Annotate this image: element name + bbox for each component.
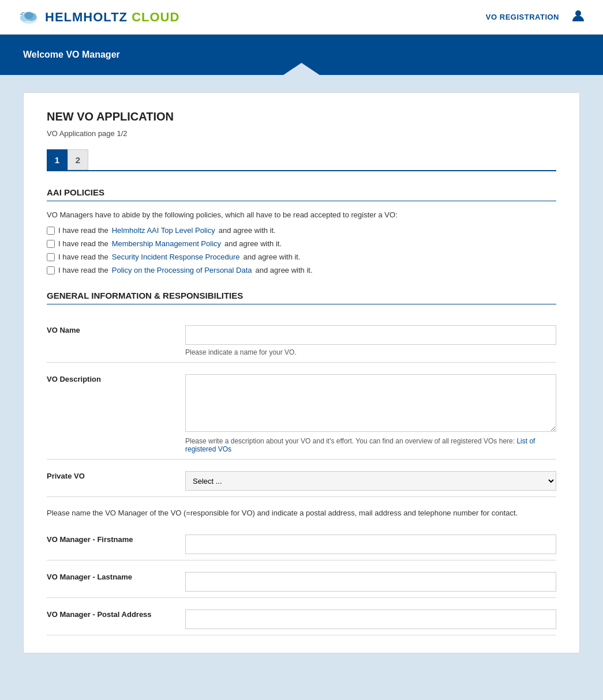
vo-manager-firstname-label: VO Manager - Firstname — [47, 532, 133, 544]
vo-description-textarea[interactable] — [185, 374, 556, 432]
general-info-heading: GENERAL INFORMATION & RESPONSIBILITIES — [47, 291, 556, 300]
vo-manager-lastname-row: VO Manager - Lastname — [47, 560, 556, 598]
vo-name-input[interactable] — [185, 325, 556, 345]
step-tab-1[interactable]: 1 — [47, 149, 68, 170]
vo-name-label: VO Name — [47, 322, 80, 334]
vo-manager-firstname-row: VO Manager - Firstname — [47, 523, 556, 560]
step-tabs: 1 2 — [47, 149, 556, 171]
policy-link-2[interactable]: Membership Management Policy — [112, 239, 221, 248]
svg-point-4 — [575, 10, 581, 16]
vo-name-hint: Please indicate a name for your VO. — [185, 348, 556, 356]
vo-description-label: VO Description — [47, 371, 101, 383]
policy-checkbox-4[interactable] — [47, 266, 55, 274]
general-info-divider — [47, 304, 556, 304]
policy-checkbox-3[interactable] — [47, 253, 55, 261]
manager-intro: Please name the VO Manager of the VO (=r… — [47, 509, 556, 517]
vo-name-row: VO Name Please indicate a name for your … — [47, 314, 556, 363]
main-content: NEW VO APPLICATION VO Application page 1… — [0, 75, 603, 671]
logo-text: HELMHOLTZ CLOUD — [45, 10, 179, 25]
policy-link-4[interactable]: Policy on the Processing of Personal Dat… — [112, 266, 252, 274]
banner-title: Welcome VO Manager — [23, 50, 120, 60]
vo-manager-postal-label: VO Manager - Postal Address — [47, 607, 152, 619]
vo-manager-lastname-label: VO Manager - Lastname — [47, 569, 132, 581]
vo-manager-postal-input[interactable] — [185, 609, 556, 629]
policy-item-2: I have read the Membership Management Po… — [47, 239, 556, 248]
policy-checkbox-1[interactable] — [47, 227, 55, 235]
vo-description-row: VO Description Please write a descriptio… — [47, 363, 556, 460]
private-vo-select[interactable]: Select ... — [185, 471, 556, 491]
page-header: HELMHOLTZ CLOUD VO REGISTRATION — [0, 0, 603, 35]
application-card: NEW VO APPLICATION VO Application page 1… — [23, 92, 580, 653]
policy-checkbox-2[interactable] — [47, 240, 55, 248]
aai-intro: VO Managers have to abide by the followi… — [47, 210, 556, 219]
vo-registration-link[interactable]: VO REGISTRATION — [486, 13, 559, 21]
private-vo-label: Private VO — [47, 468, 85, 480]
vo-manager-firstname-input[interactable] — [185, 535, 556, 554]
svg-point-3 — [24, 12, 33, 19]
private-vo-row: Private VO Select ... — [47, 460, 556, 497]
vo-manager-lastname-input[interactable] — [185, 572, 556, 592]
page-subtitle: VO Application page 1/2 — [47, 129, 556, 138]
user-icon[interactable] — [571, 8, 586, 27]
aai-policies-heading: AAI POLICIES — [47, 187, 556, 197]
policy-item-1: I have read the Helmholtz AAI Top Level … — [47, 226, 556, 235]
logo: HELMHOLTZ CLOUD — [17, 8, 179, 27]
policy-link-1[interactable]: Helmholtz AAI Top Level Policy — [112, 226, 215, 235]
vo-manager-postal-row: VO Manager - Postal Address — [47, 598, 556, 635]
header-right: VO REGISTRATION — [486, 8, 586, 27]
welcome-banner: Welcome VO Manager — [0, 35, 603, 75]
vo-description-hint: Please write a description about your VO… — [185, 437, 556, 453]
step-tab-2[interactable]: 2 — [68, 149, 88, 170]
policy-item-3: I have read the Security Incident Respon… — [47, 253, 556, 261]
page-heading: NEW VO APPLICATION — [47, 110, 556, 123]
logo-icon — [17, 8, 40, 27]
policy-item-4: I have read the Policy on the Processing… — [47, 266, 556, 274]
policy-link-3[interactable]: Security Incident Response Procedure — [112, 253, 240, 261]
aai-divider — [47, 201, 556, 201]
